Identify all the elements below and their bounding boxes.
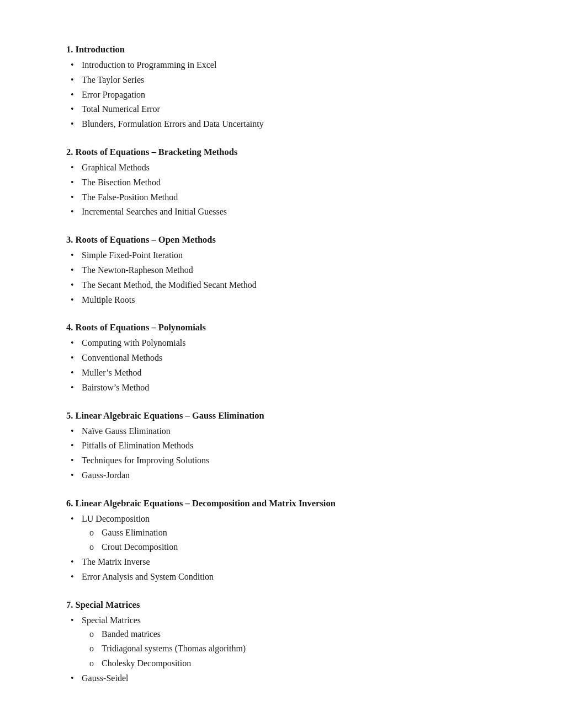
section-list-5: Naïve Gauss EliminationPitfalls of Elimi…	[66, 425, 497, 483]
sub-list: Gauss EliminationCrout Decomposition	[82, 526, 497, 555]
list-item: The Matrix Inverse	[66, 555, 497, 569]
list-item: Error Analysis and System Condition	[66, 570, 497, 584]
section-list-7: Special MatricesBanded matricesTridiagon…	[66, 614, 497, 686]
list-item: The Bisection Method	[66, 176, 497, 190]
list-item: Conventional Methods	[66, 351, 497, 365]
list-item: Incremental Searches and Initial Guesses	[66, 205, 497, 219]
sub-list-item: Tridiagonal systems (Thomas algorithm)	[82, 642, 497, 656]
list-item: Pitfalls of Elimination Methods	[66, 439, 497, 453]
section-4: 4. Roots of Equations – PolynomialsCompu…	[66, 322, 497, 394]
sub-list-item: Banded matrices	[82, 628, 497, 641]
list-item: Muller’s Method	[66, 366, 497, 380]
list-item: Computing with Polynomials	[66, 336, 497, 350]
sub-list-item: Cholesky Decomposition	[82, 657, 497, 671]
section-heading-4: 4. Roots of Equations – Polynomials	[66, 322, 497, 333]
list-item: Bairstow’s Method	[66, 381, 497, 395]
section-heading-6: 6. Linear Algebraic Equations – Decompos…	[66, 498, 497, 509]
list-item: Gauss-Jordan	[66, 469, 497, 483]
list-item: The False-Position Method	[66, 191, 497, 205]
list-item: Graphical Methods	[66, 161, 497, 175]
section-list-2: Graphical MethodsThe Bisection MethodThe…	[66, 161, 497, 219]
section-1: 1. IntroductionIntroduction to Programmi…	[66, 44, 497, 131]
list-item: Naïve Gauss Elimination	[66, 425, 497, 438]
list-item: Introduction to Programming in Excel	[66, 58, 497, 72]
item-text: LU Decomposition	[82, 514, 150, 523]
section-list-6: LU DecompositionGauss EliminationCrout D…	[66, 512, 497, 584]
section-2: 2. Roots of Equations – Bracketing Metho…	[66, 147, 497, 219]
main-content: 1. IntroductionIntroduction to Programmi…	[66, 44, 497, 686]
section-heading-7: 7. Special Matrices	[66, 599, 497, 611]
section-heading-1: 1. Introduction	[66, 44, 497, 55]
section-heading-5: 5. Linear Algebraic Equations – Gauss El…	[66, 410, 497, 421]
section-list-3: Simple Fixed-Point IterationThe Newton-R…	[66, 249, 497, 307]
list-item: The Secant Method, the Modified Secant M…	[66, 279, 497, 292]
list-item: Error Propagation	[66, 88, 497, 102]
section-heading-2: 2. Roots of Equations – Bracketing Metho…	[66, 147, 497, 158]
section-list-4: Computing with PolynomialsConventional M…	[66, 336, 497, 394]
section-7: 7. Special MatricesSpecial MatricesBande…	[66, 599, 497, 686]
list-item: Gauss-Seidel	[66, 672, 497, 686]
list-item: LU DecompositionGauss EliminationCrout D…	[66, 512, 497, 554]
list-item: Techniques for Improving Solutions	[66, 454, 497, 468]
sub-list-item: Crout Decomposition	[82, 540, 497, 554]
list-item: Multiple Roots	[66, 293, 497, 307]
list-item: Total Numerical Error	[66, 103, 497, 116]
section-6: 6. Linear Algebraic Equations – Decompos…	[66, 498, 497, 584]
list-item: Blunders, Formulation Errors and Data Un…	[66, 117, 497, 131]
list-item: Simple Fixed-Point Iteration	[66, 249, 497, 263]
list-item: The Taylor Series	[66, 73, 497, 87]
list-item: The Newton-Rapheson Method	[66, 264, 497, 277]
item-text: Special Matrices	[82, 615, 141, 625]
sub-list: Banded matricesTridiagonal systems (Thom…	[82, 628, 497, 671]
list-item: Special MatricesBanded matricesTridiagon…	[66, 614, 497, 671]
section-heading-3: 3. Roots of Equations – Open Methods	[66, 234, 497, 245]
section-5: 5. Linear Algebraic Equations – Gauss El…	[66, 410, 497, 483]
section-3: 3. Roots of Equations – Open MethodsSimp…	[66, 234, 497, 307]
sub-list-item: Gauss Elimination	[82, 526, 497, 540]
section-list-1: Introduction to Programming in ExcelThe …	[66, 58, 497, 131]
